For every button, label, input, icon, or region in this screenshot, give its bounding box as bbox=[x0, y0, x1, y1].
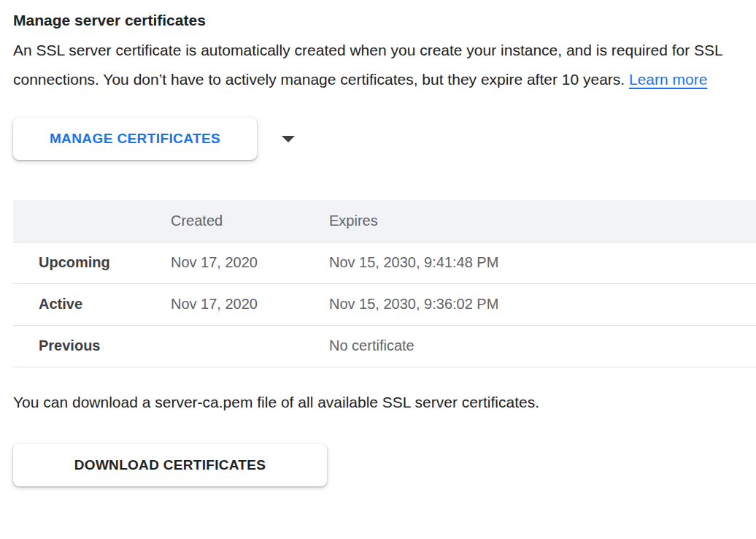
arrow-drop-down-icon bbox=[282, 136, 295, 142]
download-description-text: You can download a server-ca.pem file of… bbox=[13, 388, 756, 417]
column-header-expires: Expires bbox=[328, 200, 756, 242]
description-body: An SSL server certificate is automatical… bbox=[13, 42, 722, 88]
manage-certificates-dropdown-button[interactable] bbox=[269, 121, 307, 156]
page-title: Manage server certificates bbox=[13, 0, 756, 29]
manage-server-certificates-section: Manage server certificates An SSL server… bbox=[0, 0, 756, 486]
row-created-value: Nov 17, 2020 bbox=[170, 242, 328, 283]
download-certificates-button[interactable]: DOWNLOAD CERTIFICATES bbox=[13, 444, 327, 486]
manage-certificates-button[interactable]: MANAGE CERTIFICATES bbox=[13, 118, 257, 160]
table-row-active: Active Nov 17, 2020 Nov 15, 2030, 9:36:0… bbox=[13, 283, 756, 325]
row-created-value bbox=[170, 325, 328, 367]
table-header-row: Created Expires bbox=[13, 200, 756, 242]
row-created-value: Nov 17, 2020 bbox=[170, 283, 328, 325]
column-header-created: Created bbox=[170, 200, 328, 242]
row-expires-value: Nov 15, 2030, 9:36:02 PM bbox=[328, 283, 756, 325]
table-row-upcoming: Upcoming Nov 17, 2020 Nov 15, 2030, 9:41… bbox=[13, 242, 756, 283]
row-expires-value: Nov 15, 2030, 9:41:48 PM bbox=[328, 242, 756, 283]
table-row-previous: Previous No certificate bbox=[13, 325, 756, 367]
description-text: An SSL server certificate is automatical… bbox=[13, 36, 746, 94]
column-header-label bbox=[13, 200, 170, 242]
manage-actions-row: MANAGE CERTIFICATES bbox=[13, 118, 756, 160]
row-expires-value: No certificate bbox=[328, 325, 756, 367]
certificates-table-header: Created Expires bbox=[13, 200, 756, 242]
row-label: Upcoming bbox=[13, 242, 170, 283]
row-label: Active bbox=[13, 283, 170, 325]
row-label: Previous bbox=[13, 325, 170, 367]
learn-more-link[interactable]: Learn more bbox=[629, 71, 707, 88]
certificates-table: Created Expires Upcoming Nov 17, 2020 No… bbox=[13, 200, 756, 367]
